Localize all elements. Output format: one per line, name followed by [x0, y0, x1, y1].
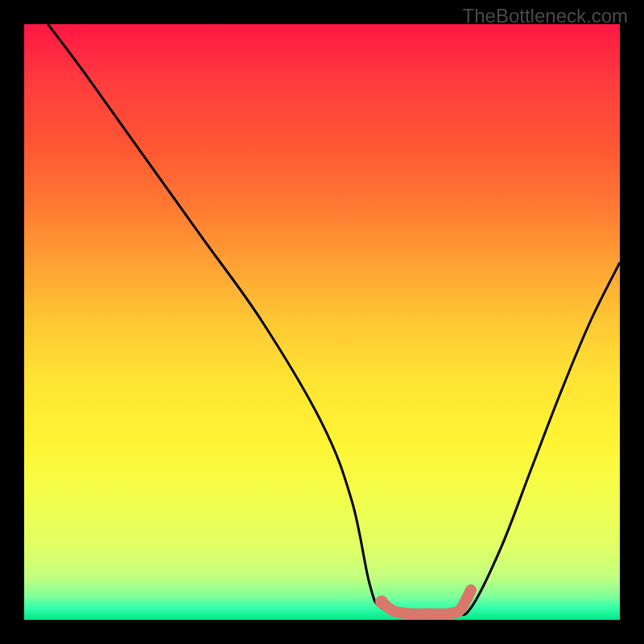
optimal-marker-dot [375, 596, 388, 609]
optimal-marker-path [382, 590, 471, 614]
chart-plot-area [24, 24, 620, 620]
bottleneck-curve-path [48, 24, 620, 615]
chart-svg [24, 24, 620, 620]
watermark-text: TheBottleneck.com [463, 5, 628, 27]
